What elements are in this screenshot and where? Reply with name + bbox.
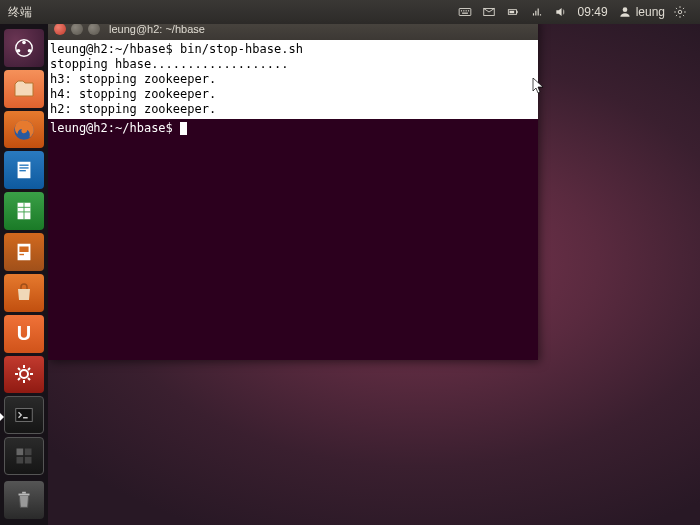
mouse-cursor: [532, 78, 546, 100]
svg-point-14: [17, 49, 21, 53]
svg-rect-3: [465, 10, 466, 11]
term-line: h2: stopping zookeeper.: [50, 102, 538, 117]
svg-rect-18: [19, 165, 28, 166]
term-prompt: leung@h2:~/hbase$: [50, 42, 180, 56]
session-menu[interactable]: leung: [613, 0, 692, 24]
terminal-selection: leung@h2:~/hbase$ bin/stop-hbase.sh stop…: [48, 40, 538, 119]
network-indicator[interactable]: [525, 0, 549, 24]
svg-rect-9: [509, 11, 514, 13]
clock[interactable]: 09:49: [573, 0, 613, 24]
svg-rect-0: [459, 9, 471, 16]
svg-rect-20: [19, 170, 25, 171]
svg-rect-26: [16, 409, 33, 422]
term-prompt: leung@h2:~/hbase$: [50, 121, 180, 135]
window-title: leung@h2: ~/hbase: [109, 23, 205, 35]
svg-rect-32: [22, 492, 26, 494]
terminal-window: leung@h2: ~/hbase leung@h2:~/hbase$ bin/…: [48, 18, 538, 360]
svg-rect-1: [461, 10, 462, 11]
svg-point-10: [622, 7, 627, 12]
keyboard-indicator[interactable]: [453, 0, 477, 24]
session-user: leung: [636, 5, 665, 19]
battery-indicator[interactable]: [501, 0, 525, 24]
svg-rect-23: [19, 246, 28, 252]
window-minimize-button[interactable]: [71, 23, 83, 35]
svg-rect-27: [17, 449, 24, 456]
term-cmd: bin/stop-hbase.sh: [180, 42, 303, 56]
term-line: h4: stopping zookeeper.: [50, 87, 538, 102]
launcher: U: [0, 24, 48, 525]
launcher-files[interactable]: [4, 70, 44, 108]
svg-point-11: [678, 10, 682, 14]
terminal-cursor: [180, 122, 187, 135]
window-close-button[interactable]: [54, 23, 66, 35]
svg-rect-8: [516, 11, 517, 13]
launcher-terminal[interactable]: [4, 396, 44, 434]
mail-indicator[interactable]: [477, 0, 501, 24]
launcher-writer[interactable]: [4, 151, 44, 189]
term-line: h3: stopping zookeeper.: [50, 72, 538, 87]
svg-rect-2: [463, 10, 464, 11]
launcher-software-center[interactable]: [4, 274, 44, 312]
launcher-impress[interactable]: [4, 233, 44, 271]
launcher-firefox[interactable]: [4, 111, 44, 149]
svg-point-13: [22, 41, 26, 45]
launcher-calc[interactable]: [4, 192, 44, 230]
svg-rect-19: [19, 168, 28, 169]
panel-app-title: 终端: [8, 4, 32, 21]
terminal-body[interactable]: leung@h2:~/hbase$ bin/stop-hbase.sh stop…: [48, 40, 538, 360]
user-icon: [618, 5, 632, 19]
svg-rect-24: [19, 254, 24, 255]
svg-rect-30: [25, 457, 32, 464]
svg-rect-28: [25, 449, 32, 456]
terminal-current-line: leung@h2:~/hbase$: [48, 119, 538, 136]
sound-indicator[interactable]: [549, 0, 573, 24]
svg-rect-5: [462, 13, 468, 14]
term-line: stopping hbase...................: [50, 57, 538, 72]
launcher-trash[interactable]: [4, 481, 44, 519]
svg-rect-31: [19, 494, 30, 496]
svg-rect-4: [468, 10, 469, 11]
window-maximize-button[interactable]: [88, 23, 100, 35]
launcher-ubuntu-one[interactable]: U: [4, 315, 44, 353]
svg-point-15: [28, 49, 32, 53]
svg-rect-29: [17, 457, 24, 464]
launcher-dash[interactable]: [4, 29, 44, 67]
gear-icon: [673, 5, 687, 19]
launcher-workspace[interactable]: [4, 437, 44, 475]
launcher-settings[interactable]: [4, 356, 44, 394]
top-panel: 终端 09:49 leung: [0, 0, 700, 24]
svg-point-25: [20, 370, 28, 378]
